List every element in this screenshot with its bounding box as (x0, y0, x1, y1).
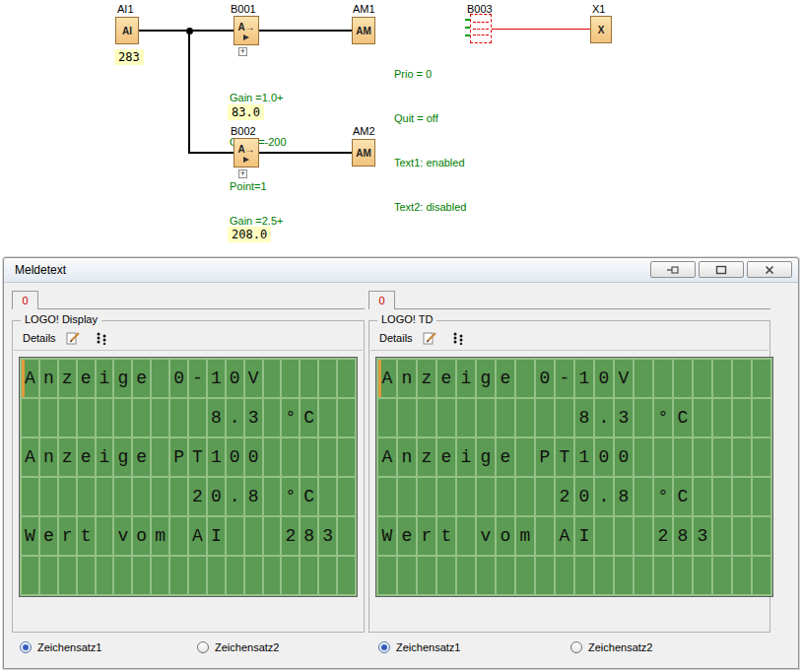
lcd-cell-r3c2[interactable] (418, 478, 435, 515)
lcd-cell-r4c1[interactable]: e (398, 517, 416, 555)
lcd-cell-r2c7[interactable] (152, 438, 168, 476)
lcd-cell-r5c12[interactable] (615, 557, 633, 594)
dialog-titlebar[interactable]: Meldetext (4, 258, 798, 283)
lcd-cell-r5c19[interactable] (753, 557, 770, 594)
lcd-cell-r5c16[interactable] (694, 557, 711, 594)
lcd-cell-r5c16[interactable] (319, 557, 336, 594)
lcd-cell-r3c12[interactable]: 8 (615, 478, 633, 515)
lcd-cell-r2c3[interactable]: e (78, 438, 95, 476)
lcd-cell-r4c13[interactable] (264, 517, 281, 555)
lcd-cell-r0c5[interactable]: g (114, 360, 131, 397)
block-am1[interactable]: AM (352, 17, 375, 44)
lcd-cell-r2c17[interactable] (338, 438, 355, 476)
lcd-cell-r2c4[interactable]: i (457, 438, 475, 476)
lcd-cell-r1c18[interactable] (733, 399, 751, 437)
lcd-cell-r4c13[interactable] (635, 517, 652, 555)
lcd-cell-r1c6[interactable] (497, 399, 514, 437)
lcd-cell-r3c6[interactable] (497, 478, 514, 515)
lcd-cell-r2c5[interactable]: g (114, 438, 131, 476)
lcd-cell-r1c15[interactable]: C (301, 399, 317, 437)
lcd-cell-r3c10[interactable]: 0 (208, 478, 225, 515)
lcd-cell-r2c14[interactable] (282, 438, 299, 476)
lcd-cell-r0c10[interactable]: 1 (575, 360, 593, 397)
lcd-cell-r4c5[interactable]: v (114, 517, 131, 555)
lcd-cell-r4c19[interactable] (753, 517, 770, 555)
lcd-cell-r0c17[interactable] (713, 360, 731, 397)
lcd-cell-r1c17[interactable] (713, 399, 731, 437)
lcd-cell-r4c17[interactable] (713, 517, 731, 555)
lcd-cell-r3c16[interactable] (694, 478, 711, 515)
lcd-cell-r0c14[interactable] (282, 360, 299, 397)
lcd-cell-r0c15[interactable] (301, 360, 317, 397)
charset-details-button[interactable] (448, 328, 470, 348)
lcd-cell-r0c19[interactable] (753, 360, 770, 397)
lcd-cell-r4c0[interactable]: W (22, 517, 38, 555)
lcd-cell-r0c1[interactable]: n (398, 360, 416, 397)
lcd-cell-r3c3[interactable] (78, 478, 95, 515)
lcd-cell-r5c5[interactable] (477, 557, 495, 594)
lcd-cell-r0c18[interactable] (733, 360, 751, 397)
lcd-cell-r3c11[interactable]: . (595, 478, 613, 515)
lcd-cell-r5c12[interactable] (245, 557, 262, 594)
lcd-cell-r0c4[interactable]: i (97, 360, 113, 397)
lcd-cell-r1c2[interactable] (59, 399, 76, 437)
lcd-cell-r4c3[interactable]: t (78, 517, 95, 555)
lcd-cell-r5c13[interactable] (635, 557, 652, 594)
block-ai1[interactable]: AI (115, 17, 139, 44)
lcd-cell-r3c16[interactable] (319, 478, 336, 515)
tab-message-0-td[interactable]: 0 (368, 291, 395, 309)
lcd-cell-r1c5[interactable] (114, 399, 131, 437)
lcd-cell-r0c0[interactable]: A (22, 360, 38, 397)
lcd-cell-r5c7[interactable] (152, 557, 168, 594)
lcd-cell-r4c14[interactable]: 2 (282, 517, 299, 555)
lcd-cell-r0c7[interactable] (516, 360, 534, 397)
lcd-cell-r4c10[interactable]: I (208, 517, 225, 555)
b002-value[interactable]: 208.0 (228, 227, 271, 242)
lcd-cell-r3c5[interactable] (114, 478, 131, 515)
lcd-cell-r1c9[interactable] (556, 399, 573, 437)
lcd-cell-r3c8[interactable] (536, 478, 554, 515)
lcd-cell-r5c10[interactable] (575, 557, 593, 594)
lcd-cell-r0c11[interactable]: 0 (227, 360, 243, 397)
lcd-cell-r3c15[interactable]: C (301, 478, 317, 515)
lcd-cell-r3c10[interactable]: 0 (575, 478, 593, 515)
lcd-cell-r0c10[interactable]: 1 (208, 360, 225, 397)
lcd-cell-r4c0[interactable]: W (378, 517, 396, 555)
lcd-cell-r4c16[interactable]: 3 (694, 517, 711, 555)
lcd-cell-r2c13[interactable] (635, 438, 652, 476)
lcd-cell-r2c8[interactable]: P (170, 438, 187, 476)
lcd-cell-r5c15[interactable] (674, 557, 692, 594)
lcd-cell-r0c3[interactable]: e (78, 360, 95, 397)
lcd-cell-r4c7[interactable]: m (152, 517, 168, 555)
lcd-cell-r5c9[interactable] (556, 557, 573, 594)
lcd-cell-r5c8[interactable] (170, 557, 187, 594)
lcd-cell-r4c9[interactable]: A (189, 517, 206, 555)
lcd-cell-r2c5[interactable]: g (477, 438, 495, 476)
lcd-cell-r3c14[interactable]: ° (282, 478, 299, 515)
lcd-cell-r1c1[interactable] (398, 399, 416, 437)
lcd-cell-r3c15[interactable]: C (674, 478, 692, 515)
lcd-cell-r2c6[interactable]: e (133, 438, 150, 476)
lcd-cell-r3c9[interactable]: 2 (556, 478, 573, 515)
lcd-cell-r0c16[interactable] (694, 360, 711, 397)
lcd-cell-r5c6[interactable] (497, 557, 514, 594)
lcd-cell-r2c14[interactable] (654, 438, 672, 476)
lcd-cell-r1c13[interactable] (264, 399, 281, 437)
lcd-cell-r5c0[interactable] (378, 557, 396, 594)
pin-button[interactable] (650, 261, 696, 278)
lcd-cell-r0c5[interactable]: g (477, 360, 495, 397)
lcd-cell-r5c1[interactable] (398, 557, 416, 594)
lcd-cell-r4c8[interactable] (536, 517, 554, 555)
lcd-cell-r2c1[interactable]: n (398, 438, 416, 476)
lcd-cell-r5c11[interactable] (595, 557, 613, 594)
edit-details-button[interactable] (420, 328, 441, 348)
lcd-cell-r4c11[interactable] (227, 517, 243, 555)
lcd-cell-r3c9[interactable]: 2 (189, 478, 206, 515)
lcd-cell-r3c14[interactable]: ° (654, 478, 672, 515)
lcd-cell-r4c7[interactable]: m (516, 517, 534, 555)
lcd-cell-r3c13[interactable] (264, 478, 281, 515)
lcd-cell-r3c1[interactable] (398, 478, 416, 515)
lcd-cell-r0c17[interactable] (338, 360, 355, 397)
charset-details-button[interactable] (92, 328, 113, 348)
lcd-cell-r1c4[interactable] (97, 399, 113, 437)
